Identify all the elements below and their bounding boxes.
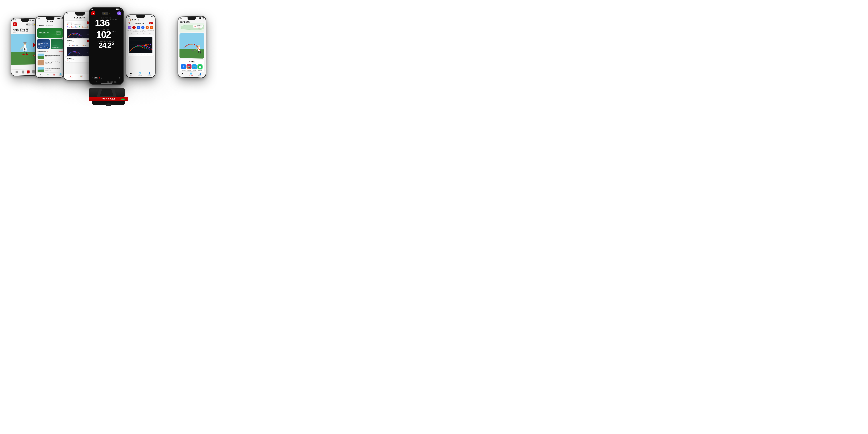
signal-icon-2: ▌▌▌	[58, 18, 60, 19]
multiplayer-tab[interactable]: Multiplayer	[46, 24, 54, 26]
club-badge-4i: 4i	[146, 26, 149, 29]
comp-item-1[interactable]: Weekly Long Drive Challenge 9 May - 16 M…	[36, 53, 64, 60]
share-instagram[interactable]: 📷 Instagram	[186, 64, 191, 71]
tab-explore-6[interactable]: 🌐 EXPLORE	[189, 72, 193, 76]
svg-point-37	[148, 44, 149, 45]
time-6: 9:41	[180, 18, 182, 19]
club-7i-main[interactable]: 7i	[110, 81, 113, 83]
share-icon-main[interactable]: ⬆	[119, 76, 121, 79]
tab-explore-2[interactable]: 🌐 EXPLO	[59, 73, 62, 76]
club-row-stats: 136 8i 160 7i 4i 203	[126, 25, 155, 30]
distance-unit-main: YARDS	[110, 19, 118, 21]
competitions-count: 12	[46, 51, 48, 52]
club-8i-main[interactable]: 8i	[107, 81, 110, 83]
explore-title: EXPLORE	[180, 21, 190, 23]
tab-play-6[interactable]: ▶ PLAY	[181, 72, 184, 75]
svg-point-16	[60, 32, 60, 33]
stats-chart	[129, 37, 152, 53]
free-play-card[interactable]: FREE PLAY UNLIMITED SHOTS & NO TIME LIMI…	[37, 28, 63, 38]
moon-icon: 🌙	[102, 12, 104, 14]
screen-6: 9:41 ▌▌ ≋ ▮ EXPLORE ⬆	[178, 17, 206, 78]
tab-profile-6[interactable]: 👤 PROFILE	[198, 73, 203, 76]
rapsodo-device: Rapsodo	[89, 88, 128, 105]
device-brand-label: Rapsodo	[102, 97, 115, 101]
device-button[interactable]	[106, 103, 111, 106]
svg-point-39	[146, 44, 148, 45]
svg-text:100: 100	[72, 37, 74, 38]
svg-rect-22	[38, 60, 44, 65]
tab-sessions-2[interactable]: ⊞ SESSIONS	[38, 73, 43, 77]
camera-toggle[interactable]: ⊙	[99, 77, 102, 79]
svg-text:50: 50	[68, 55, 68, 56]
device-base: Rapsodo	[89, 97, 128, 101]
tab-play-1[interactable]: PLAY	[27, 70, 30, 74]
tab-stats-2[interactable]: 📊 STATS	[46, 73, 50, 76]
share-section: SHARE f Facebook 📷 Instagram 🐦 Twitter	[179, 59, 204, 73]
club-172: 172	[82, 26, 86, 28]
sessions-label-1: SESSIONS	[14, 73, 19, 75]
tab-explore-1[interactable]: EXPLO	[32, 70, 35, 74]
share-twitter[interactable]: 🐦 Twitter	[192, 64, 197, 71]
metric-distance: DISTANCE 136 YARDS	[91, 16, 122, 28]
screen-main: 9:41 ▌▌▌ ≋ ▮ R 🌙 ☀ P	[89, 8, 123, 85]
competitions-complete[interactable]: Complete	[58, 51, 63, 52]
play-button[interactable]	[23, 47, 27, 51]
basket-icon	[56, 31, 61, 35]
explore-share-icon[interactable]: ⬆	[202, 20, 204, 23]
club-dot-purple	[67, 26, 68, 28]
toggle-area-1[interactable]	[26, 23, 36, 26]
explore-label-1: EXPLO	[32, 73, 35, 74]
svg-rect-42	[179, 33, 204, 50]
main-bottom-tabs: P 8i 7i 4i	[89, 81, 123, 83]
notch-main	[101, 8, 112, 11]
battery-6: ▮	[203, 17, 204, 19]
axis-separators: — — — —	[126, 32, 155, 35]
share-whatsapp[interactable]: 💬 Whatsapp	[197, 64, 203, 71]
main-top-bar: R 🌙 ☀ P	[89, 10, 123, 16]
comp-date-1: 9 May - 16 May	[45, 56, 63, 58]
rank-sub: 62.com	[197, 26, 202, 27]
long-drive-card[interactable]: LONG DR... CHALLENGE	[51, 39, 63, 49]
pin-icon-3: 📍	[67, 60, 68, 61]
club-4i-main[interactable]: 4i	[114, 81, 117, 83]
profile-avatar[interactable]: P	[117, 11, 121, 16]
club-7i: 7i	[79, 26, 82, 28]
stat-speed: SPEED 102	[20, 28, 25, 33]
axis-trajectory: TRAJECTORY	[147, 30, 154, 32]
wifi-main: ≋	[119, 8, 120, 10]
comp-info-1: Weekly Long Drive Challenge 9 May - 16 M…	[45, 55, 63, 57]
share-facebook[interactable]: f Facebook	[181, 64, 186, 71]
club-dot-4i	[87, 26, 88, 28]
tab-stats-3[interactable]: 📊 STATS	[80, 75, 83, 79]
tab-play-2[interactable]: ▶ PLAY	[53, 73, 55, 76]
tab-stats-1[interactable]: STATS	[22, 70, 24, 74]
practice-tab[interactable]: Practice	[38, 24, 44, 26]
play-label-1: PLAY	[27, 73, 29, 74]
svg-point-36	[150, 43, 151, 45]
tab-sessions-1[interactable]: SESSIONS	[14, 71, 19, 75]
notch-1	[21, 19, 29, 22]
long-drive-label: LONG DR...	[52, 45, 58, 46]
comp-thumb-1	[38, 54, 44, 59]
svg-point-44	[198, 45, 200, 47]
tab-play-5[interactable]: ▶ PLAY	[130, 72, 132, 76]
tab-explore-5[interactable]: 🌐 EXPLORE	[137, 72, 142, 76]
toggle-dark[interactable]	[26, 23, 31, 26]
closest-pin-card[interactable]: CLOSEST TO THE PIN IMPROVE YOUR GAME 2D	[37, 39, 50, 49]
main-toggle[interactable]: 🌙 ☀	[102, 12, 111, 15]
tab-profile-5[interactable]: 👤 PROFILE	[148, 72, 151, 76]
stats-period-selector[interactable]: 3M ▾	[149, 23, 153, 24]
comp-item-2[interactable]: Weekly Long Drive Challenge 9 May - 16 M…	[36, 59, 64, 66]
device-stand	[89, 88, 125, 97]
dark-light-toggle[interactable]: 🌙	[102, 12, 108, 15]
time-5: 9:41	[128, 16, 130, 17]
comp-info-2: Weekly Long Drive Challenge 9 May - 16 M…	[45, 61, 63, 64]
instagram-icon: 📷	[186, 64, 191, 69]
session-date-2: Apr 12 at 6:38 PM	[67, 41, 74, 42]
tab-sessions-3[interactable]: ☰ SESSIONS	[68, 75, 73, 79]
play-icon-1	[27, 70, 30, 73]
stats-label-1: STATS	[22, 73, 24, 74]
play-tab-bar: Practice Multiplayer	[36, 23, 64, 27]
status-icons-2: ▌▌▌ ≋ ▮	[58, 18, 63, 19]
hamburger-icon[interactable]: ≡	[92, 76, 93, 79]
